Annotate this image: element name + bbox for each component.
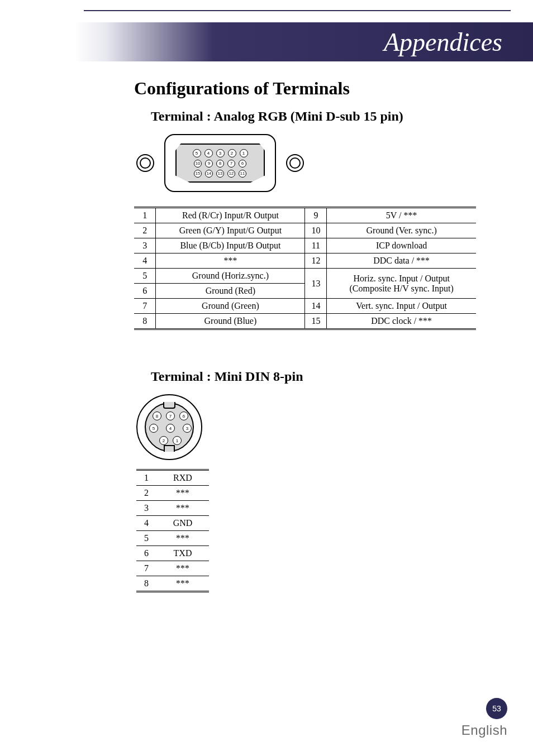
dsub-pin: 5 <box>193 149 201 157</box>
page-number-badge: 53 <box>486 698 507 719</box>
cell-desc: Ground (Red) <box>156 284 305 299</box>
cell-desc: Horiz. sync. Input / Output (Composite H… <box>327 269 476 299</box>
cell-pin: 4 <box>136 516 156 531</box>
content: Configurations of Terminals Terminal : A… <box>134 78 486 592</box>
cell-pin: 9 <box>305 208 327 223</box>
din-face: 8 7 6 5 4 3 2 1 <box>145 403 194 452</box>
din-notch <box>163 402 175 409</box>
cell-pin: 8 <box>136 576 156 592</box>
cell-desc: *** <box>156 561 209 576</box>
dsub-connector-diagram: 5 4 3 2 1 10 9 8 7 6 15 <box>136 134 486 192</box>
dsub-face: 5 4 3 2 1 10 9 8 7 6 15 <box>175 143 265 183</box>
cell-pin: 4 <box>134 253 156 269</box>
cell-desc: DDC clock / *** <box>327 314 476 329</box>
banner-title: Appendices <box>384 27 502 57</box>
section-title: Configurations of Terminals <box>134 78 486 99</box>
cell-pin: 14 <box>305 299 327 314</box>
dsub-pin: 8 <box>216 160 224 168</box>
din-pin: 5 <box>149 424 158 433</box>
dsub-pin: 9 <box>205 160 213 168</box>
din-pin: 3 <box>183 424 192 433</box>
cell-pin: 12 <box>305 253 327 269</box>
cell-pin: 6 <box>134 284 156 299</box>
terminal1-heading: Terminal : Analog RGB (Mini D-sub 15 pin… <box>151 109 486 124</box>
cell-pin: 8 <box>134 314 156 329</box>
dsub-pin: 2 <box>228 149 236 157</box>
din-pin: 2 <box>159 436 168 445</box>
din-shell: 8 7 6 5 4 3 2 1 <box>136 394 202 460</box>
terminal2-heading: Terminal : Mini DIN 8-pin <box>151 369 486 384</box>
cell-desc: Ground (Blue) <box>156 314 305 329</box>
cell-desc: Green (G/Y) Input/G Output <box>156 223 305 238</box>
din-key <box>164 445 175 452</box>
cell-desc: RXD <box>156 470 209 486</box>
cell-desc: Blue (B/Cb) Input/B Output <box>156 238 305 253</box>
din-pin: 8 <box>153 412 161 420</box>
cell-desc: DDC data / *** <box>327 253 476 269</box>
dsub-row-1: 5 4 3 2 1 <box>193 149 248 157</box>
dsub-row-2: 10 9 8 7 6 <box>194 160 246 168</box>
top-rule <box>84 10 511 11</box>
cell-pin: 1 <box>134 208 156 223</box>
din-connector-diagram: 8 7 6 5 4 3 2 1 <box>136 394 486 460</box>
dsub-shell: 5 4 3 2 1 10 9 8 7 6 15 <box>164 134 276 192</box>
din-pin: 7 <box>166 412 175 420</box>
cell-pin: 5 <box>136 531 156 546</box>
dsub-pin: 10 <box>194 160 202 168</box>
dsub-pin: 7 <box>227 160 235 168</box>
cell-pin: 3 <box>134 238 156 253</box>
cell-pin: 5 <box>134 269 156 284</box>
cell-desc: Ground (Ver. sync.) <box>327 223 476 238</box>
cell-pin: 6 <box>136 546 156 561</box>
din-pinout-table: 1RXD 2*** 3*** 4GND 5*** 6TXD 7*** 8*** <box>136 469 209 592</box>
cell-desc: *** <box>156 531 209 546</box>
cell-pin: 7 <box>136 561 156 576</box>
cell-desc: *** <box>156 253 305 269</box>
cell-pin: 2 <box>134 223 156 238</box>
dsub-pin: 14 <box>205 170 213 178</box>
dsub-pinout-table: 1 Red (R/Cr) Input/R Output 9 5V / *** 2… <box>134 207 476 330</box>
cell-desc: 5V / *** <box>327 208 476 223</box>
dsub-pin: 6 <box>239 160 246 168</box>
screw-left-icon <box>136 154 154 172</box>
cell-pin: 2 <box>136 486 156 501</box>
cell-pin: 1 <box>136 470 156 486</box>
page: Appendices Configurations of Terminals T… <box>0 0 533 756</box>
screw-right-icon <box>286 154 304 172</box>
cell-pin: 15 <box>305 314 327 329</box>
dsub-pin: 15 <box>194 170 202 178</box>
cell-desc: *** <box>156 501 209 516</box>
dsub-pin: 1 <box>240 149 248 157</box>
cell-pin: 11 <box>305 238 327 253</box>
cell-desc: Red (R/Cr) Input/R Output <box>156 208 305 223</box>
dsub-pin: 12 <box>227 170 235 178</box>
din-pin: 4 <box>166 424 175 433</box>
dsub-pin: 13 <box>216 170 224 178</box>
cell-pin: 13 <box>305 269 327 299</box>
language-label: English <box>461 722 507 738</box>
cell-desc: Vert. sync. Input / Output <box>327 299 476 314</box>
dsub-pin: 4 <box>204 149 213 157</box>
din-pin: 6 <box>179 412 188 420</box>
cell-desc: *** <box>156 576 209 592</box>
cell-pin: 7 <box>134 299 156 314</box>
cell-pin: 3 <box>136 501 156 516</box>
dsub-row-3: 15 14 13 12 11 <box>194 170 246 178</box>
cell-desc: Ground (Horiz.sync.) <box>156 269 305 284</box>
footer: 53 English <box>461 698 507 738</box>
dsub-pin: 3 <box>216 149 225 157</box>
cell-desc: *** <box>156 486 209 501</box>
din-pin: 1 <box>173 436 182 445</box>
cell-desc: Ground (Green) <box>156 299 305 314</box>
header-banner: Appendices <box>0 22 533 61</box>
cell-pin: 10 <box>305 223 327 238</box>
cell-desc: ICP download <box>327 238 476 253</box>
cell-desc: GND <box>156 516 209 531</box>
dsub-pin: 11 <box>239 170 246 178</box>
cell-desc: TXD <box>156 546 209 561</box>
